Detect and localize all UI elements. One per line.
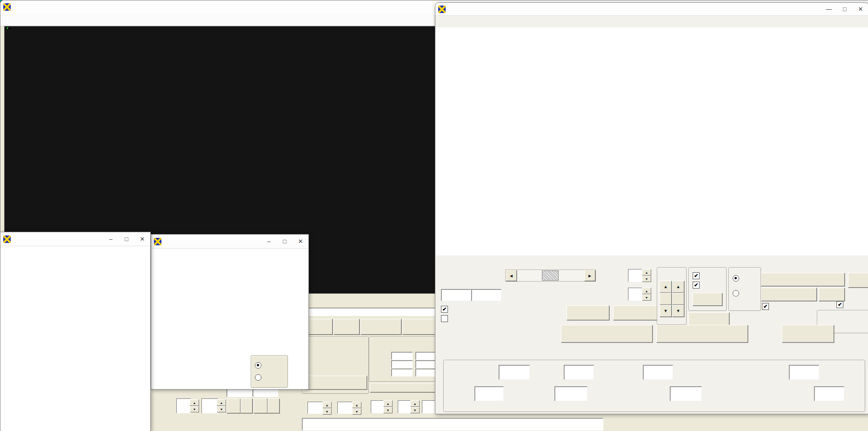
g3d-titlebar[interactable]: – □ ✕ — [0, 232, 150, 246]
drift-radius-up[interactable]: ▲ — [190, 399, 199, 406]
inner-up[interactable]: ▲ — [410, 400, 420, 407]
pix-radius-down[interactable]: ▼ — [383, 407, 393, 413]
guide-close-icon[interactable]: ✕ — [293, 236, 308, 247]
width-value[interactable] — [307, 402, 323, 414]
noise-reduction-button[interactable] — [761, 288, 817, 301]
drift-radius-value[interactable] — [176, 398, 191, 413]
hide-radio[interactable] — [255, 362, 264, 369]
id-checkbox[interactable]: ✔ — [836, 301, 846, 308]
luminous-intensity-field[interactable] — [471, 289, 501, 301]
graph-close-icon[interactable]: ✕ — [853, 4, 868, 15]
guide-maximize-icon[interactable]: □ — [277, 236, 293, 247]
close-button[interactable] — [848, 273, 868, 288]
even-background-field[interactable] — [415, 352, 437, 360]
avi-filename-field[interactable] — [302, 418, 603, 431]
graph-minimize-icon[interactable]: — — [821, 4, 837, 15]
drift-radius-down[interactable]: ▼ — [190, 406, 199, 412]
ymin-down-button[interactable]: ▼ — [660, 305, 672, 317]
lunar-identification-button[interactable] — [561, 325, 653, 343]
threshold-value[interactable] — [201, 398, 218, 413]
g3d-close-icon[interactable]: ✕ — [134, 234, 150, 245]
start-button[interactable] — [305, 319, 333, 335]
direction-setting-button[interactable] — [306, 376, 367, 390]
sn-field[interactable] — [564, 365, 594, 380]
scale-value[interactable] — [628, 269, 643, 282]
graph-maximize-icon[interactable]: □ — [837, 4, 853, 15]
correction-absorption-button[interactable] — [761, 273, 845, 286]
odd-aperture-field[interactable] — [391, 360, 413, 368]
information-checkbox[interactable]: ✔ — [762, 303, 771, 310]
ymin-up-button[interactable]: ▲ — [660, 281, 672, 293]
graph-radius-down[interactable]: ▼ — [642, 294, 651, 301]
even-aperture-field[interactable] — [391, 352, 413, 360]
scrollbar-right-arrow[interactable]: ► — [584, 270, 595, 281]
data-checkbox[interactable]: ✔ — [693, 282, 702, 289]
frame-aperture-field[interactable] — [391, 369, 413, 377]
inner-stepper[interactable]: ▲▼ — [410, 400, 420, 413]
make-report-button[interactable] — [782, 325, 834, 343]
set1-button[interactable] — [227, 398, 240, 413]
current-frame-field[interactable] — [441, 289, 471, 301]
graph-titlebar[interactable]: — □ ✕ — [435, 3, 868, 16]
pix-radius-up[interactable]: ▲ — [383, 400, 393, 407]
part-radio[interactable] — [733, 275, 741, 282]
reproduce-aperture-checkbox[interactable] — [441, 315, 450, 322]
ymax-up-button[interactable]: ▲ — [672, 281, 684, 293]
clr1-button[interactable] — [240, 398, 253, 413]
scale-stepper[interactable]: ▲▼ — [642, 269, 651, 282]
frame-scrollbar[interactable]: ◄ ► — [505, 269, 596, 282]
expected-field[interactable] — [643, 365, 673, 380]
clr2-button[interactable] — [267, 398, 280, 413]
gap-stepper[interactable]: ▲▼ — [352, 402, 361, 415]
g3d-minimize-icon[interactable]: – — [103, 234, 119, 245]
threshold-down[interactable]: ▼ — [217, 406, 226, 412]
outer-value[interactable] — [422, 400, 436, 413]
pix-radius-value[interactable] — [371, 400, 385, 413]
inner-down[interactable]: ▼ — [410, 407, 420, 413]
show-radio[interactable] — [255, 374, 264, 381]
frame-background-field[interactable] — [415, 369, 437, 377]
pix-radius-stepper[interactable]: ▲▼ — [383, 400, 393, 413]
inner-value[interactable] — [398, 400, 412, 413]
guide-minimize-icon[interactable]: – — [261, 236, 277, 247]
threshold-up[interactable]: ▲ — [217, 399, 226, 406]
gap-up[interactable]: ▲ — [352, 402, 361, 408]
width-stepper[interactable]: ▲▼ — [322, 402, 332, 415]
threshold-stepper[interactable]: ▲▼ — [217, 399, 226, 412]
stop-button[interactable] — [334, 319, 360, 335]
scale-up[interactable]: ▲ — [642, 269, 651, 276]
g3d-maximize-icon[interactable]: □ — [119, 234, 134, 245]
graph-radius-stepper[interactable]: ▲▼ — [642, 288, 651, 301]
scrollbar-left-arrow[interactable]: ◄ — [506, 270, 517, 281]
axis-checkbox[interactable]: ✔ — [693, 272, 702, 279]
hilight-button[interactable] — [693, 293, 722, 306]
3d-image-button[interactable] — [688, 312, 729, 326]
gap-value[interactable] — [337, 402, 353, 414]
scale-down[interactable]: ▼ — [642, 276, 651, 282]
width-up[interactable]: ▲ — [322, 402, 332, 408]
odd-background-field[interactable] — [415, 360, 437, 368]
save-to-csv-button[interactable] — [402, 319, 439, 335]
show-image-checkbox[interactable]: ✔ — [441, 306, 450, 313]
save-image-button[interactable] — [567, 305, 609, 320]
ymax-down-button[interactable]: ▼ — [672, 305, 684, 317]
drift-radius-stepper[interactable]: ▲▼ — [190, 399, 199, 412]
graph-radius-value[interactable] — [628, 288, 643, 301]
predicted-field[interactable] — [670, 386, 702, 401]
diffraction-analysis-button[interactable] — [656, 325, 748, 343]
ymin-mid-button[interactable] — [660, 293, 672, 305]
light-curve-chart[interactable] — [436, 27, 868, 256]
guide-titlebar[interactable]: – □ ✕ — [151, 235, 308, 249]
reset-button[interactable] — [819, 288, 845, 301]
graph-radius-up[interactable]: ▲ — [642, 288, 651, 294]
expected-error-field[interactable] — [814, 386, 844, 401]
width-down[interactable]: ▼ — [322, 408, 332, 415]
set2-button[interactable] — [254, 398, 267, 413]
scrollbar-thumb[interactable] — [542, 270, 559, 281]
fresnel-field[interactable] — [474, 386, 504, 401]
entire-radio[interactable] — [733, 290, 741, 296]
gap-down[interactable]: ▼ — [352, 408, 361, 415]
ymax-mid-button[interactable] — [672, 293, 684, 305]
data-remove-button[interactable] — [361, 319, 401, 335]
snfull-field[interactable] — [499, 365, 530, 380]
